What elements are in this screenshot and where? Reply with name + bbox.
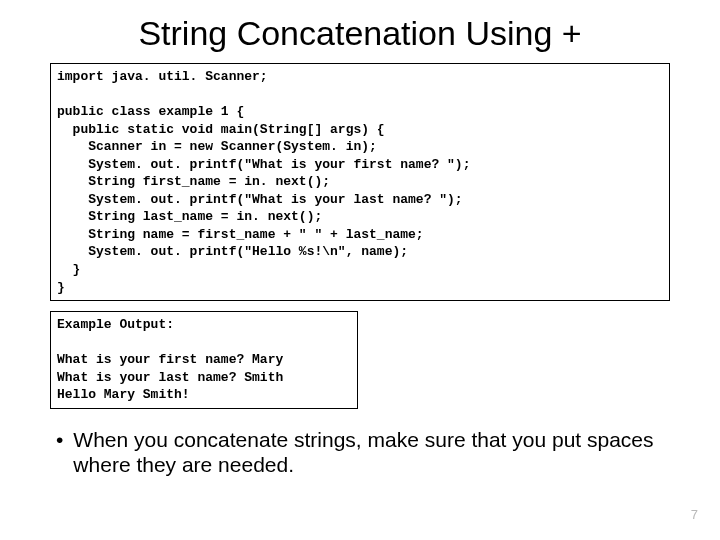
bullet-text: When you concatenate strings, make sure … [73, 427, 670, 477]
slide-title: String Concatenation Using + [50, 14, 670, 53]
bullet-item: • When you concatenate strings, make sur… [50, 427, 670, 477]
example-output-block: Example Output: What is your first name?… [50, 311, 358, 409]
bullet-icon: • [56, 427, 63, 452]
code-block: import java. util. Scanner; public class… [50, 63, 670, 301]
slide: String Concatenation Using + import java… [0, 0, 720, 540]
page-number: 7 [691, 507, 698, 522]
